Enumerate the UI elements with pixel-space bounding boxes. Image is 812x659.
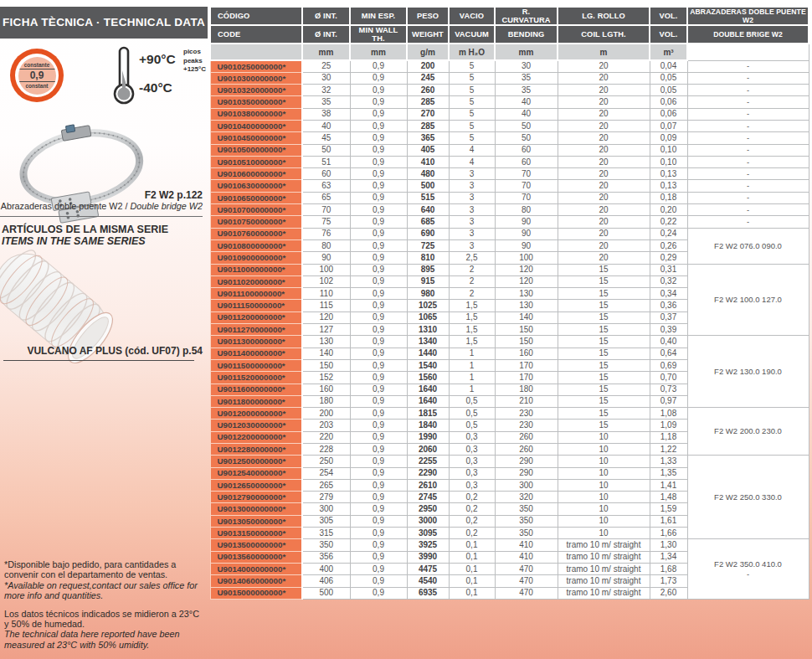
badge-label-en: constant xyxy=(18,82,56,90)
cell-dint: 120 xyxy=(302,311,350,323)
cell-weight: 640 xyxy=(407,204,449,216)
cell-weight: 685 xyxy=(407,216,449,228)
cell-vacuum: 0,5 xyxy=(449,408,495,420)
cell-vacuum: 0,2 xyxy=(449,503,495,515)
cell-coil: 15 xyxy=(558,311,650,323)
cell-bending: 170 xyxy=(495,372,558,384)
cell-vacuum: 1,5 xyxy=(449,324,495,336)
cell-wall: 0,9 xyxy=(350,467,407,479)
col-header-vacuum-en: VACUUM xyxy=(449,25,495,44)
cell-vacuum: 0,3 xyxy=(449,431,495,443)
cell-weight: 2610 xyxy=(407,479,449,491)
cell-wall: 0,9 xyxy=(350,239,407,251)
cell-bending: 170 xyxy=(495,359,558,371)
cell-wall: 0,9 xyxy=(350,587,407,599)
cell-code: U9012650000000* xyxy=(210,479,302,491)
cell-dint: 220 xyxy=(302,431,350,443)
cell-dint: 127 xyxy=(302,324,350,336)
cell-code: U9011400000000* xyxy=(210,348,302,359)
cell-clamp-ref: F2 W2 350.0 410.0- xyxy=(687,539,809,599)
cell-code: U9010760000000* xyxy=(210,228,302,239)
cell-code: U9010350000000* xyxy=(210,96,302,108)
divider xyxy=(3,360,194,361)
cell-wall: 0,9 xyxy=(350,539,407,551)
cell-vacuum: 0,2 xyxy=(449,528,495,539)
cell-coil: 10 xyxy=(558,456,650,467)
table-row: U9013500000000*3500,939250,1410tramo 10 … xyxy=(210,539,809,551)
cell-vol: 0,97 xyxy=(650,395,687,407)
cell-weight: 725 xyxy=(407,239,449,251)
table-row: U9010400000000*400,9285550200,07- xyxy=(210,120,809,131)
cell-bending: 60 xyxy=(495,156,558,167)
page-title: FICHA TÈCNICA · TECHNICAL DATA xyxy=(0,7,208,39)
cell-code: U9010500000000* xyxy=(210,144,302,156)
cell-clamp-ref: - xyxy=(687,204,809,216)
cell-wall: 0,9 xyxy=(350,120,407,131)
cell-code: U9012540000000* xyxy=(210,467,302,479)
col-header-dint-en: Ø INT. xyxy=(302,25,350,44)
col-header-vol-es: VOL. xyxy=(650,7,687,25)
cell-coil: 15 xyxy=(558,395,650,407)
cell-bending: 320 xyxy=(495,492,558,503)
col-header-vacuum-es: VACIO xyxy=(449,7,495,25)
cell-coil: 20 xyxy=(558,168,650,180)
cell-wall: 0,9 xyxy=(350,479,407,491)
cell-code: U9010650000000* xyxy=(210,192,302,203)
cell-vacuum: 5 xyxy=(449,120,495,131)
cell-coil: 20 xyxy=(558,180,650,192)
table-row: U9010650000000*650,9515370200,18- xyxy=(210,192,809,203)
cell-wall: 0,9 xyxy=(350,96,407,108)
badge-label-es: constante xyxy=(18,61,56,69)
cell-vacuum: 0,2 xyxy=(449,492,495,503)
cell-vacuum: 5 xyxy=(449,132,495,144)
cell-vacuum: 0,1 xyxy=(449,539,495,551)
cell-weight: 1990 xyxy=(407,431,449,443)
cell-bending: 70 xyxy=(495,168,558,180)
cell-vacuum: 0,1 xyxy=(449,563,495,574)
cell-code: U9013050000000* xyxy=(210,515,302,527)
col-unit-coil: m xyxy=(558,44,650,60)
cell-vol: 0,05 xyxy=(650,72,687,84)
header-row-en: CODEØ INT.MIN WALL TH.WEIGHTVACUUMBENDIN… xyxy=(210,25,809,44)
cell-clamp-ref: - xyxy=(687,216,809,228)
cell-weight: 2745 xyxy=(407,492,449,503)
cell-dint: 300 xyxy=(302,503,350,515)
cell-vol: 1,08 xyxy=(650,408,687,420)
cell-vacuum: 0,3 xyxy=(449,467,495,479)
col-header-coil-es: LG. ROLLO xyxy=(558,7,650,25)
cell-bending: 40 xyxy=(495,96,558,108)
col-header-clamp-en: DOUBLE BRIGE W2 xyxy=(687,25,809,44)
cell-code: U9011800000000* xyxy=(210,395,302,407)
cell-bending: 90 xyxy=(495,216,558,228)
cell-dint: 100 xyxy=(302,264,350,275)
cell-coil: 10 xyxy=(558,492,650,503)
cell-vacuum: 3 xyxy=(449,239,495,251)
cell-weight: 2290 xyxy=(407,467,449,479)
cell-vacuum: 2,5 xyxy=(449,252,495,264)
table-row: U9011300000000*1300,913401,5150150,40F2 … xyxy=(210,336,809,348)
cell-weight: 260 xyxy=(407,85,449,96)
cell-vol: 0,22 xyxy=(650,216,687,228)
cell-weight: 980 xyxy=(407,288,449,300)
cell-vacuum: 5 xyxy=(449,108,495,120)
table-row: U9010600000000*600,9480370200,13- xyxy=(210,168,809,180)
cell-vol: 0,39 xyxy=(650,324,687,336)
cell-wall: 0,9 xyxy=(350,168,407,180)
cell-weight: 1840 xyxy=(407,420,449,431)
table-row: U9010350000000*350,9285540200,06- xyxy=(210,96,809,108)
cell-vol: 0,29 xyxy=(650,252,687,264)
table-row: U9010500000000*500,9405460200,10- xyxy=(210,144,809,156)
cell-code: U9012280000000* xyxy=(210,444,302,456)
cell-clamp-ref: - xyxy=(687,85,809,96)
cell-coil: 10 xyxy=(558,431,650,443)
cell-vol: 1,22 xyxy=(650,444,687,456)
cell-code: U9013150000000* xyxy=(210,528,302,539)
cell-code: U9010320000000* xyxy=(210,85,302,96)
cell-wall: 0,9 xyxy=(350,311,407,323)
cell-clamp-ref: F2 W2 250.0 330.0 xyxy=(687,456,809,539)
cell-vol: 1,73 xyxy=(650,575,687,587)
cell-weight: 285 xyxy=(407,120,449,131)
cell-dint: 180 xyxy=(302,395,350,407)
badge-ring: constante 0,9 constant xyxy=(15,54,59,97)
cell-coil: 20 xyxy=(558,239,650,251)
